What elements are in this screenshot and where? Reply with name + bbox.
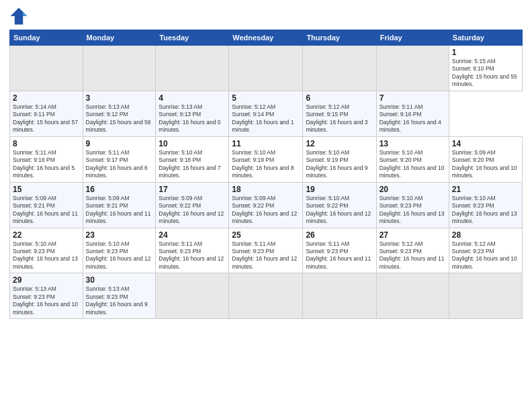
sunset-text: Sunset: 9:23 PM: [380, 202, 422, 209]
sunset-text: Sunset: 9:22 PM: [232, 202, 274, 209]
sunrise-text: Sunrise: 5:10 AM: [232, 149, 275, 156]
page-container: SundayMondayTuesdayWednesdayThursdayFrid…: [0, 0, 532, 326]
day-info: Sunrise: 5:10 AMSunset: 9:19 PMDaylight:…: [306, 149, 373, 180]
sunset-text: Sunset: 9:23 PM: [306, 248, 348, 255]
calendar-cell: 21Sunrise: 5:10 AMSunset: 9:23 PMDayligh…: [449, 182, 522, 228]
sunrise-text: Sunrise: 5:10 AM: [13, 240, 56, 247]
day-number: 30: [86, 275, 153, 285]
sunset-text: Sunset: 9:12 PM: [86, 111, 128, 118]
calendar-cell: 2Sunrise: 5:14 AMSunset: 9:11 PMDaylight…: [10, 91, 83, 136]
day-number: 6: [306, 93, 373, 103]
day-info: Sunrise: 5:13 AMSunset: 9:13 PMDaylight:…: [159, 103, 226, 134]
calendar-cell: 8Sunrise: 5:11 AMSunset: 9:16 PMDaylight…: [10, 136, 83, 182]
calendar-cell: 18Sunrise: 5:09 AMSunset: 9:22 PMDayligh…: [229, 182, 303, 228]
calendar-week-4: 15Sunrise: 5:09 AMSunset: 9:21 PMDayligh…: [10, 182, 523, 228]
day-number: 7: [380, 93, 446, 103]
daylight-text: Daylight: 16 hours and 5 minutes.: [13, 165, 75, 179]
day-info: Sunrise: 5:11 AMSunset: 9:16 PMDaylight:…: [380, 103, 446, 134]
daylight-text: Daylight: 16 hours and 12 minutes.: [232, 210, 297, 224]
day-number: 4: [159, 93, 226, 103]
calendar-cell: 24Sunrise: 5:11 AMSunset: 9:23 PMDayligh…: [156, 228, 229, 273]
day-number: 3: [86, 93, 153, 103]
day-number: 11: [232, 139, 300, 148]
day-number: 20: [380, 185, 446, 194]
weekday-header-sunday: Sunday: [10, 30, 83, 46]
sunrise-text: Sunrise: 5:12 AM: [380, 240, 423, 247]
day-number: 28: [452, 230, 519, 240]
sunset-text: Sunset: 9:23 PM: [380, 248, 422, 255]
calendar-cell: 26Sunrise: 5:11 AMSunset: 9:23 PMDayligh…: [303, 228, 376, 273]
sunset-text: Sunset: 9:19 PM: [232, 156, 274, 163]
sunrise-text: Sunrise: 5:11 AM: [159, 240, 202, 247]
day-info: Sunrise: 5:10 AMSunset: 9:19 PMDaylight:…: [232, 149, 300, 180]
day-info: Sunrise: 5:12 AMSunset: 9:23 PMDaylight:…: [380, 240, 446, 271]
day-number: 2: [13, 93, 80, 103]
sunrise-text: Sunrise: 5:13 AM: [86, 103, 130, 110]
sunrise-text: Sunrise: 5:09 AM: [452, 149, 496, 156]
day-number: 1: [452, 48, 519, 57]
calendar-week-3: 8Sunrise: 5:11 AMSunset: 9:16 PMDaylight…: [10, 136, 523, 182]
calendar-cell: 6Sunrise: 5:12 AMSunset: 9:15 PMDaylight…: [303, 91, 376, 136]
calendar-week-5: 22Sunrise: 5:10 AMSunset: 9:23 PMDayligh…: [10, 228, 523, 273]
sunset-text: Sunset: 9:11 PM: [13, 111, 55, 118]
daylight-text: Daylight: 16 hours and 9 minutes.: [306, 165, 367, 179]
sunrise-text: Sunrise: 5:10 AM: [306, 149, 349, 156]
daylight-text: Daylight: 16 hours and 10 minutes.: [452, 255, 517, 269]
sunset-text: Sunset: 9:19 PM: [306, 156, 348, 163]
day-info: Sunrise: 5:09 AMSunset: 9:21 PMDaylight:…: [13, 195, 80, 226]
sunset-text: Sunset: 9:20 PM: [380, 156, 422, 163]
daylight-text: Daylight: 16 hours and 10 minutes.: [13, 301, 78, 315]
day-info: Sunrise: 5:10 AMSunset: 9:23 PMDaylight:…: [86, 240, 153, 271]
daylight-text: Daylight: 15 hours and 57 minutes.: [13, 119, 78, 133]
sunrise-text: Sunrise: 5:10 AM: [306, 195, 349, 201]
sunrise-text: Sunrise: 5:10 AM: [452, 195, 496, 201]
day-number: 29: [13, 275, 80, 285]
calendar-cell: [229, 273, 303, 319]
sunrise-text: Sunrise: 5:12 AM: [232, 103, 275, 110]
sunset-text: Sunset: 9:18 PM: [159, 156, 201, 163]
sunrise-text: Sunrise: 5:09 AM: [13, 195, 56, 201]
daylight-text: Daylight: 16 hours and 8 minutes.: [232, 165, 294, 179]
daylight-text: Daylight: 16 hours and 13 minutes.: [380, 210, 445, 224]
calendar-week-1: 1Sunrise: 5:15 AMSunset: 9:10 PMDaylight…: [10, 46, 523, 91]
day-number: 10: [159, 139, 226, 148]
weekday-header-saturday: Saturday: [449, 30, 522, 46]
sunset-text: Sunset: 9:17 PM: [86, 156, 128, 163]
sunset-text: Sunset: 9:20 PM: [452, 156, 494, 163]
calendar-cell: 14Sunrise: 5:09 AMSunset: 9:20 PMDayligh…: [449, 136, 522, 182]
calendar-week-6: 29Sunrise: 5:13 AMSunset: 9:23 PMDayligh…: [10, 273, 523, 319]
day-info: Sunrise: 5:10 AMSunset: 9:18 PMDaylight:…: [159, 149, 226, 180]
calendar-cell: 20Sunrise: 5:10 AMSunset: 9:23 PMDayligh…: [376, 182, 449, 228]
sunset-text: Sunset: 9:15 PM: [306, 111, 348, 118]
day-number: 17: [159, 185, 226, 194]
calendar-cell: [83, 46, 156, 91]
day-info: Sunrise: 5:09 AMSunset: 9:22 PMDaylight:…: [159, 195, 226, 226]
calendar-cell: 7Sunrise: 5:11 AMSunset: 9:16 PMDaylight…: [376, 91, 449, 136]
sunrise-text: Sunrise: 5:15 AM: [452, 58, 496, 64]
day-info: Sunrise: 5:14 AMSunset: 9:11 PMDaylight:…: [13, 103, 80, 134]
daylight-text: Daylight: 16 hours and 12 minutes.: [159, 210, 224, 224]
day-info: Sunrise: 5:11 AMSunset: 9:16 PMDaylight:…: [13, 149, 80, 180]
calendar-table: SundayMondayTuesdayWednesdayThursdayFrid…: [9, 30, 523, 319]
logo-icon: [9, 7, 28, 26]
sunrise-text: Sunrise: 5:13 AM: [13, 285, 56, 292]
calendar-cell: 13Sunrise: 5:10 AMSunset: 9:20 PMDayligh…: [376, 136, 449, 182]
daylight-text: Daylight: 16 hours and 6 minutes.: [86, 165, 148, 179]
weekday-header-tuesday: Tuesday: [156, 30, 229, 46]
day-number: 19: [306, 185, 373, 194]
calendar-cell: [229, 46, 303, 91]
calendar-cell: 10Sunrise: 5:10 AMSunset: 9:18 PMDayligh…: [156, 136, 229, 182]
calendar-cell: 17Sunrise: 5:09 AMSunset: 9:22 PMDayligh…: [156, 182, 229, 228]
sunset-text: Sunset: 9:23 PM: [86, 248, 128, 255]
calendar-cell: 9Sunrise: 5:11 AMSunset: 9:17 PMDaylight…: [83, 136, 156, 182]
sunset-text: Sunset: 9:23 PM: [232, 248, 274, 255]
calendar-cell: 22Sunrise: 5:10 AMSunset: 9:23 PMDayligh…: [10, 228, 83, 273]
sunrise-text: Sunrise: 5:11 AM: [13, 149, 56, 156]
day-info: Sunrise: 5:13 AMSunset: 9:23 PMDaylight:…: [86, 285, 153, 316]
sunset-text: Sunset: 9:21 PM: [13, 202, 55, 209]
calendar-cell: 27Sunrise: 5:12 AMSunset: 9:23 PMDayligh…: [376, 228, 449, 273]
day-info: Sunrise: 5:09 AMSunset: 9:22 PMDaylight:…: [232, 195, 300, 226]
sunrise-text: Sunrise: 5:13 AM: [159, 103, 202, 110]
sunrise-text: Sunrise: 5:12 AM: [452, 240, 496, 247]
day-number: 8: [13, 139, 80, 148]
